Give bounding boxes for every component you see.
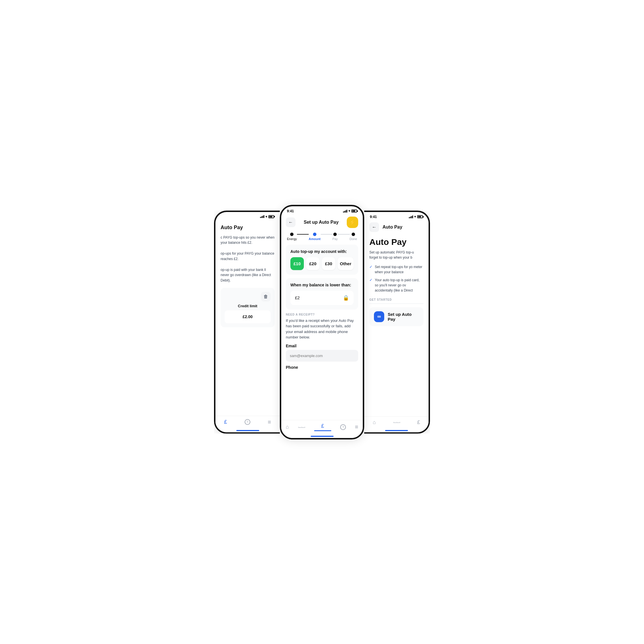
right-bottom-bar: [364, 427, 429, 432]
center-signal-icon: [343, 210, 347, 213]
step-energy: Energy: [287, 233, 297, 241]
right-wifi-icon: ▾: [414, 215, 416, 219]
infinity-symbol: ∞: [377, 314, 381, 320]
center-back-button[interactable]: ←: [286, 217, 296, 227]
right-battery-icon: [417, 215, 423, 218]
center-nav-usage[interactable]: ◦–◦–◦: [298, 425, 305, 429]
right-header-title: Auto Pay: [383, 225, 402, 230]
right-status-time: 9:41: [370, 215, 377, 219]
step-label-amount: Amount: [309, 237, 321, 241]
right-home-indicator: [385, 430, 408, 431]
check-list: ✓ Set repeat top-ups for yo meter when y…: [369, 264, 423, 293]
center-bottom-nav: ⌂ ◦–◦–◦ £ ? ≡: [281, 420, 363, 433]
step-pay: Pay: [332, 233, 338, 241]
center-nav-help-icon: ?: [340, 424, 346, 430]
center-nav-bills[interactable]: £: [314, 423, 331, 431]
left-nav-menu-icon: ≡: [268, 419, 271, 425]
email-input[interactable]: [286, 350, 358, 362]
center-nav-menu[interactable]: ≡: [355, 424, 358, 430]
step-label-pay: Pay: [332, 237, 338, 241]
balance-value: £2: [295, 295, 300, 300]
center-header-title: Set up Auto Pay: [304, 220, 338, 225]
step-line-1: [297, 234, 309, 235]
topup-card: Auto top-up my account with: £10 £20 £30…: [286, 245, 358, 275]
step-label-energy: Energy: [287, 237, 297, 241]
right-bottom-nav: ⌂ ◦–◦–◦ £: [364, 416, 429, 427]
right-content: Auto Pay Set up automatic PAYG top-u for…: [364, 234, 429, 416]
center-status-bar: 9:41 ▾: [281, 206, 363, 214]
balance-row: £2 🔒: [290, 291, 354, 305]
step-dot-amount: [313, 233, 316, 236]
right-screen: ← Auto Pay Auto Pay Set up automatic PAY…: [364, 220, 429, 432]
setup-auto-pay-button[interactable]: ∞ Set up Auto Pay: [369, 307, 423, 326]
amount-btn-30[interactable]: £30: [322, 257, 335, 270]
lock-icon: 🔒: [343, 295, 349, 301]
left-home-indicator: [236, 430, 259, 431]
center-status-icons: ▾: [343, 209, 357, 213]
credit-limit-value: £2.00: [225, 310, 271, 323]
center-stepper: Energy Amount Pay Done: [281, 230, 363, 242]
center-nav-help[interactable]: ?: [340, 424, 346, 430]
center-nav-menu-icon: ≡: [355, 424, 358, 430]
center-back-arrow-icon: ←: [288, 220, 293, 225]
center-phone: 9:41 ▾ ← Set up Auto Pay ⚡: [280, 205, 364, 439]
left-nav-bills[interactable]: £: [224, 419, 227, 425]
center-lightning-icon: ⚡: [349, 219, 356, 225]
step-line-3: [338, 234, 350, 235]
left-screen: Auto Pay c PAYG top-ups so you never whe…: [215, 220, 280, 432]
setup-btn-label: Set up Auto Pay: [388, 312, 419, 322]
left-status-icons: ▾: [260, 215, 274, 219]
left-nav-help[interactable]: ?: [245, 419, 250, 425]
right-back-button[interactable]: ←: [369, 222, 379, 232]
left-signal-icon: [260, 215, 264, 218]
trash-icon[interactable]: 🗑: [261, 292, 271, 302]
receipt-description: If you'd like a receipt when your Auto P…: [286, 318, 358, 340]
center-nav-bills-icon: £: [321, 423, 324, 429]
amount-btn-other[interactable]: Other: [338, 257, 354, 270]
right-nav-header: ← Auto Pay: [364, 220, 429, 234]
step-dot-energy: [290, 233, 294, 236]
center-content: Auto top-up my account with: £10 £20 £30…: [281, 242, 363, 420]
center-lightning-button[interactable]: ⚡: [347, 217, 358, 228]
left-bottom-nav: £ ? ≡: [215, 416, 280, 427]
right-nav-home[interactable]: ⌂: [373, 419, 376, 425]
center-screen: ← Set up Auto Pay ⚡ Energy Amount: [281, 214, 363, 438]
left-nav-menu[interactable]: ≡: [268, 419, 271, 425]
right-back-arrow-icon: ←: [372, 225, 377, 230]
left-bottom-bar: [215, 427, 280, 432]
receipt-section: NEED A RECEIPT? If you'd like a receipt …: [286, 313, 358, 372]
phone-label: Phone: [286, 365, 358, 370]
center-nav-home-icon: ⌂: [286, 424, 289, 430]
center-nav-home[interactable]: ⌂: [286, 424, 289, 430]
checkmark-icon-2: ✓: [369, 278, 372, 282]
left-page-title: Auto Pay: [221, 224, 275, 231]
topup-card-title: Auto top-up my account with:: [290, 249, 354, 254]
balance-card: When my balance is lower than: £2 🔒: [286, 278, 358, 310]
left-battery-icon: [268, 215, 274, 218]
center-battery-icon: [351, 209, 357, 213]
center-wifi-icon: ▾: [348, 209, 350, 213]
right-nav-bills[interactable]: £: [417, 419, 420, 425]
amount-btn-10[interactable]: £10: [290, 257, 304, 270]
check-text-1: Set repeat top-ups for yo meter when you…: [375, 264, 423, 275]
left-body-1: c PAYG top-ups so you never when your ba…: [221, 235, 275, 245]
left-status-bar: ▾: [215, 212, 280, 220]
left-body-3: op-up is paid with your bank ll never go…: [221, 267, 275, 283]
right-signal-icon: [409, 215, 413, 218]
amount-btn-20[interactable]: £20: [306, 257, 320, 270]
auto-pay-description: Set up automatic PAYG top-u forget to to…: [369, 250, 423, 260]
center-nav-usage-icon: ◦–◦–◦: [298, 425, 305, 429]
right-phone: 9:41 ▾ ← Auto Pay Auto Pay: [364, 211, 430, 434]
right-nav-usage[interactable]: ◦–◦–◦: [393, 420, 400, 425]
receipt-section-label: NEED A RECEIPT?: [286, 313, 358, 316]
check-text-2: Your auto top-up is paid card, so you'll…: [375, 278, 423, 293]
email-label: Email: [286, 344, 358, 348]
left-phone: ▾ Auto Pay c PAYG top-ups so you never w…: [214, 211, 280, 434]
left-wifi-icon: ▾: [265, 215, 267, 219]
infinity-icon: ∞: [374, 311, 384, 322]
left-nav-help-icon: ?: [245, 419, 250, 425]
center-home-indicator: [311, 436, 334, 437]
scene: ▾ Auto Pay c PAYG top-ups so you never w…: [193, 193, 451, 451]
get-started-label: GET STARTED: [369, 298, 423, 301]
center-nav-header: ← Set up Auto Pay ⚡: [281, 214, 363, 230]
